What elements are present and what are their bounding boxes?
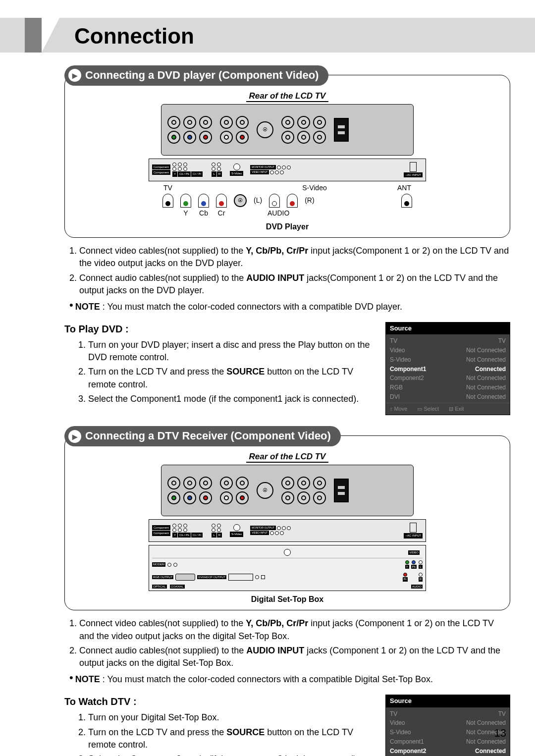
dvd-caption: DVD Player <box>70 221 505 232</box>
ac-input <box>334 118 349 142</box>
step-item: Turn on your DVD player; insert a disc a… <box>88 339 371 364</box>
section2-heading: Connecting a DTV Receiver (Component Vid… <box>85 429 331 444</box>
osd-row: Component1Connected <box>390 365 506 374</box>
stb-caption: Digital Set-Top Box <box>70 594 505 605</box>
step-item: Connect video cables(not supplied) to th… <box>79 617 510 642</box>
rear-caption: Rear of the LCD TV <box>70 90 505 102</box>
osd-source-2: Source TVTVVideoNot ConnectedS-VideoNot … <box>385 695 510 756</box>
section2-diagram: Rear of the LCD TV ⦿ Component Component <box>64 435 510 610</box>
osd-row: VideoNot Connected <box>390 346 506 355</box>
osd-row: S-VideoNot Connected <box>390 355 506 365</box>
to-play-heading: To Play DVD : <box>64 322 371 336</box>
step-item: Select the Component2 mode (if the compo… <box>88 753 371 756</box>
section2-note: • NOTE : You must match the color-coded … <box>69 673 510 686</box>
page-number: 13 <box>494 726 506 741</box>
to-watch-heading: To Watch DTV : <box>64 695 371 708</box>
step-item: Turn on the LCD TV and press the SOURCE … <box>88 726 371 751</box>
section1-steps: Connect video cables(not supplied) to th… <box>64 245 510 297</box>
section1-heading: Connecting a DVD player (Component Video… <box>85 68 319 83</box>
header-accent <box>25 18 42 53</box>
step-item: Connect audio cables(not supplied) to th… <box>79 645 510 669</box>
section2-steps: Connect video cables(not supplied) to th… <box>64 617 510 669</box>
rear-panel-2: ⦿ <box>161 465 414 516</box>
page-title: Connection <box>74 21 194 52</box>
to-play-steps: Turn on your DVD player; insert a disc a… <box>64 339 371 405</box>
osd-row: TVTV <box>390 336 506 346</box>
rear-caption-2: Rear of the LCD TV <box>70 451 505 463</box>
rear-panel: ⦿ <box>161 104 414 156</box>
section1-note: • NOTE : You must match the color-coded … <box>69 301 510 313</box>
osd-row: TVTV <box>390 709 506 719</box>
svideo-jack: ⦿ <box>257 121 273 138</box>
play-icon: ▸ <box>68 430 81 443</box>
osd-row: Component2Connected <box>390 747 506 756</box>
osd-row: S-VideoNot Connected <box>390 728 506 737</box>
plug-labels-bottom: Y Cb Cr AUDIO <box>149 209 426 218</box>
osd-row: Component2Not Connected <box>390 374 506 383</box>
osd-row: DVINot Connected <box>390 392 506 402</box>
dvd-plugs: ⦿ (L) (R) <box>149 194 426 208</box>
settop-box: VIDEO MODEM Y Pb L RGB OUTPUT DVI/HDC <box>149 545 426 591</box>
step-item: Turn on the LCD TV and press the SOURCE … <box>88 366 371 390</box>
osd-row: VideoNot Connected <box>390 718 506 728</box>
section2-heading-pill: ▸ Connecting a DTV Receiver (Component V… <box>64 426 341 446</box>
osd-row: Component1Not Connected <box>390 737 506 747</box>
header-slash <box>42 18 59 53</box>
step-item: Select the Component1 mode (if the compo… <box>88 393 371 405</box>
osd-row: RGBNot Connected <box>390 383 506 392</box>
section1-diagram: Rear of the LCD TV ⦿ Component Component <box>64 75 510 238</box>
label-strip-2: Component Component YCb / PbCr / Pr LR S… <box>149 519 426 542</box>
section1-heading-pill: ▸ Connecting a DVD player (Component Vid… <box>64 65 328 86</box>
step-item: Connect audio cables(not supplied) to th… <box>79 272 510 297</box>
osd-source-1: Source TVTVVideoNot ConnectedS-VideoNot … <box>385 322 510 415</box>
step-item: Connect video cables(not supplied) to th… <box>79 245 510 270</box>
to-watch-steps: Turn on your Digital Set-Top Box.Turn on… <box>64 711 371 756</box>
play-icon: ▸ <box>68 69 81 82</box>
plug-labels-top: TV S-Video ANT <box>149 183 426 193</box>
step-item: Turn on your Digital Set-Top Box. <box>88 711 371 724</box>
label-strip: Component Component YCb / PbCr / Pr LR S… <box>149 159 426 181</box>
